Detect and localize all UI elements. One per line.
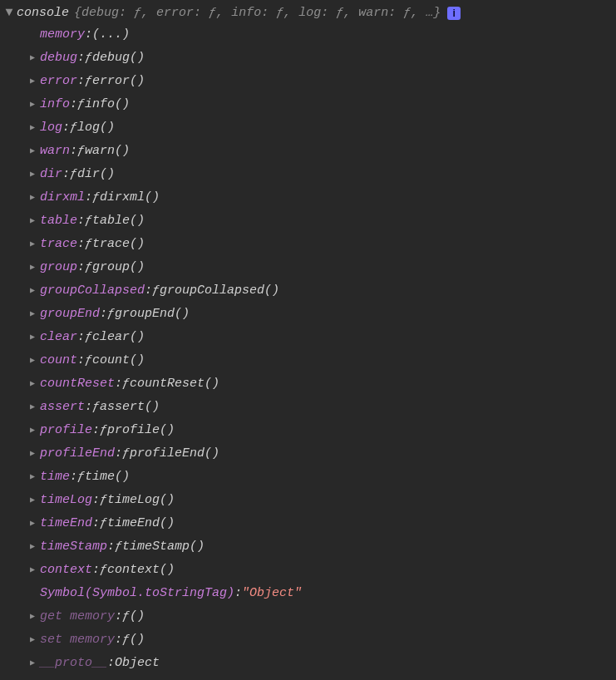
function-name: error()	[92, 70, 145, 93]
disclosure-right-icon[interactable]: ▶	[27, 93, 38, 116]
disclosure-right-icon[interactable]: ▶	[27, 303, 38, 326]
function-name: timeEnd()	[107, 512, 175, 535]
property-row[interactable]: ▶log: ƒ log()	[27, 116, 616, 140]
object-preview: {debug: ƒ, error: ƒ, info: ƒ, log: ƒ, wa…	[74, 3, 441, 23]
disclosure-right-icon[interactable]: ▶	[27, 186, 38, 209]
function-symbol: ƒ	[100, 419, 107, 442]
property-row[interactable]: ▶info: ƒ info()	[27, 93, 616, 116]
disclosure-right-icon[interactable]: ▶	[27, 652, 38, 675]
disclosure-right-icon[interactable]: ▶	[27, 70, 38, 93]
property-row[interactable]: ▶timeEnd: ƒ timeEnd()	[27, 512, 616, 535]
disclosure-right-icon[interactable]: ▶	[27, 605, 38, 628]
property-key: table	[40, 209, 77, 233]
property-row[interactable]: ▶groupCollapsed: ƒ groupCollapsed()	[27, 279, 616, 303]
property-row[interactable]: ▶trace: ƒ trace()	[27, 233, 616, 256]
disclosure-right-icon[interactable]: ▶	[27, 419, 38, 442]
colon: :	[85, 396, 92, 419]
disclosure-right-icon[interactable]: ▶	[27, 326, 38, 349]
property-value: (...)	[92, 23, 130, 47]
function-name: trace()	[92, 233, 145, 256]
property-key: group	[40, 256, 77, 279]
property-key: error	[40, 70, 77, 93]
property-row[interactable]: ▶__proto__: Object	[27, 652, 616, 675]
disclosure-right-icon[interactable]: ▶	[27, 559, 38, 582]
property-row[interactable]: ▶time: ƒ time()	[27, 466, 616, 489]
function-name: warn()	[85, 140, 130, 163]
property-row[interactable]: ▶get memory: ƒ ()	[27, 605, 616, 628]
property-row[interactable]: ▶countReset: ƒ countReset()	[27, 372, 616, 396]
disclosure-right-icon[interactable]: ▶	[27, 628, 38, 652]
property-row[interactable]: ▶error: ƒ error()	[27, 70, 616, 93]
property-row[interactable]: ▶dir: ƒ dir()	[27, 163, 616, 186]
property-row[interactable]: ▶group: ƒ group()	[27, 256, 616, 279]
function-name: count()	[92, 349, 145, 372]
function-name: time()	[85, 466, 130, 489]
function-name: dir()	[77, 163, 115, 186]
colon: :	[77, 209, 85, 233]
colon: :	[77, 349, 85, 372]
object-header-row[interactable]: ▼ console {debug: ƒ, error: ƒ, info: ƒ, …	[3, 3, 616, 23]
colon: :	[77, 326, 85, 349]
disclosure-right-icon[interactable]: ▶	[27, 47, 38, 70]
property-key: warn	[40, 140, 70, 163]
disclosure-right-icon[interactable]: ▶	[27, 466, 38, 489]
property-row[interactable]: ▶debug: ƒ debug()	[27, 47, 616, 70]
disclosure-right-icon[interactable]: ▶	[27, 512, 38, 535]
colon: :	[107, 535, 115, 559]
property-row[interactable]: ▶set memory: ƒ ()	[27, 628, 616, 652]
function-symbol: ƒ	[77, 466, 85, 489]
colon: :	[77, 256, 85, 279]
function-symbol: ƒ	[85, 70, 92, 93]
function-name: debug()	[92, 47, 145, 70]
property-key: countReset	[40, 372, 115, 396]
disclosure-right-icon[interactable]: ▶	[27, 396, 38, 419]
property-key: timeStamp	[40, 535, 107, 559]
disclosure-right-icon[interactable]: ▶	[27, 233, 38, 256]
property-row[interactable]: memory: (...)	[27, 23, 616, 47]
disclosure-right-icon[interactable]: ▶	[27, 535, 38, 559]
disclosure-right-icon[interactable]: ▶	[27, 279, 38, 303]
property-row[interactable]: ▶context: ƒ context()	[27, 559, 616, 582]
disclosure-right-icon[interactable]: ▶	[27, 209, 38, 233]
property-row[interactable]: ▶timeLog: ƒ timeLog()	[27, 489, 616, 512]
property-key: info	[40, 93, 70, 116]
property-row[interactable]: ▶table: ƒ table()	[27, 209, 616, 233]
disclosure-right-icon[interactable]: ▶	[27, 140, 38, 163]
disclosure-right-icon[interactable]: ▶	[27, 163, 38, 186]
property-row[interactable]: ▶warn: ƒ warn()	[27, 140, 616, 163]
disclosure-right-icon[interactable]: ▶	[27, 489, 38, 512]
disclosure-right-icon[interactable]: ▶	[27, 372, 38, 396]
colon: :	[234, 582, 242, 605]
function-symbol: ƒ	[85, 47, 92, 70]
object-inspector: ▼ console {debug: ƒ, error: ƒ, info: ƒ, …	[0, 0, 616, 678]
property-row[interactable]: ▶dirxml: ƒ dirxml()	[27, 186, 616, 209]
disclosure-down-icon[interactable]: ▼	[3, 3, 15, 23]
function-symbol: ƒ	[70, 116, 77, 140]
property-row[interactable]: ▶timeStamp: ƒ timeStamp()	[27, 535, 616, 559]
property-row[interactable]: ▶count: ƒ count()	[27, 349, 616, 372]
disclosure-right-icon[interactable]: ▶	[27, 256, 38, 279]
property-row[interactable]: Symbol(Symbol.toStringTag): "Object"	[27, 582, 616, 605]
disclosure-right-icon[interactable]: ▶	[27, 116, 38, 140]
info-icon[interactable]: i	[447, 7, 461, 20]
property-key: groupEnd	[40, 303, 100, 326]
disclosure-right-icon[interactable]: ▶	[27, 349, 38, 372]
function-symbol: ƒ	[77, 93, 85, 116]
function-name: timeLog()	[107, 489, 175, 512]
function-symbol: ƒ	[100, 512, 107, 535]
property-row[interactable]: ▶groupEnd: ƒ groupEnd()	[27, 303, 616, 326]
property-row[interactable]: ▶profileEnd: ƒ profileEnd()	[27, 442, 616, 466]
colon: :	[92, 419, 100, 442]
disclosure-right-icon[interactable]: ▶	[27, 442, 38, 466]
colon: :	[115, 372, 122, 396]
function-name: info()	[85, 93, 130, 116]
property-row[interactable]: ▶assert: ƒ assert()	[27, 396, 616, 419]
function-name: countReset()	[130, 372, 219, 396]
property-row[interactable]: ▶profile: ƒ profile()	[27, 419, 616, 442]
property-row[interactable]: ▶clear: ƒ clear()	[27, 326, 616, 349]
function-name: context()	[107, 559, 175, 582]
property-key: timeLog	[40, 489, 92, 512]
colon: :	[92, 512, 100, 535]
function-symbol: ƒ	[115, 535, 122, 559]
object-children: memory: (...)▶debug: ƒ debug()▶error: ƒ …	[27, 23, 616, 675]
